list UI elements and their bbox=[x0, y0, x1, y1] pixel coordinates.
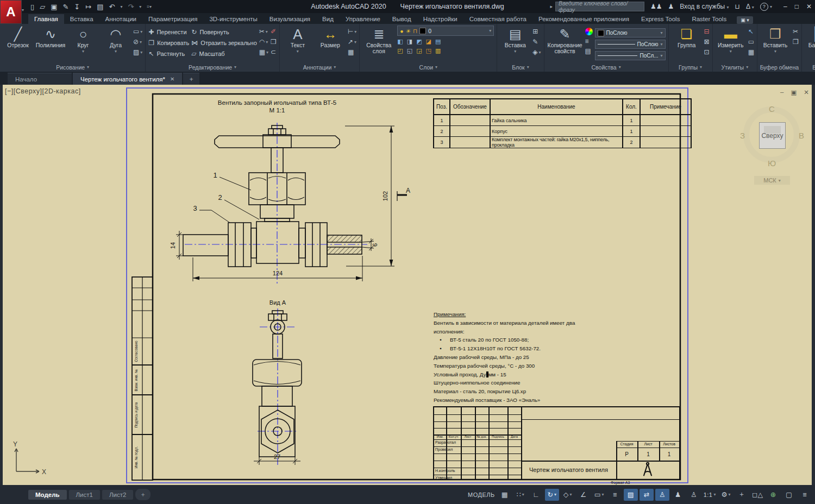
layer-properties-button[interactable]: ≣ Свойства слоя bbox=[362, 26, 395, 54]
match-properties-button[interactable]: ✎ Копирование свойств bbox=[547, 26, 583, 54]
block-attrs-button[interactable]: ◈▾ bbox=[532, 48, 541, 56]
paste-button[interactable]: ❒ Вставить▾ bbox=[760, 26, 791, 54]
notes-block[interactable]: Примечания: Вентиль в зависимости от мат… bbox=[434, 310, 597, 405]
snap-icon[interactable]: ∷▾ bbox=[513, 489, 528, 501]
print-icon[interactable]: ▤ bbox=[97, 3, 103, 11]
edit-block-button[interactable]: ✎ bbox=[532, 38, 541, 46]
select-all-button[interactable]: ▭ bbox=[748, 38, 754, 46]
doc-close-icon[interactable]: ✕ bbox=[804, 89, 809, 96]
array-button[interactable]: ▦▾ bbox=[259, 48, 268, 56]
linetype-select[interactable]: ПоСлою▾ bbox=[595, 40, 666, 49]
group-edit-button[interactable]: ⊠ bbox=[704, 38, 710, 46]
export-icon[interactable]: ↧ bbox=[74, 3, 80, 11]
layer-isolate-button[interactable]: ◨ bbox=[407, 38, 412, 45]
panel-label-block[interactable]: Блок▾ bbox=[497, 62, 543, 72]
tab-upravlenie[interactable]: Управление bbox=[340, 14, 386, 24]
new-layout-icon[interactable]: ＋ bbox=[135, 489, 151, 500]
tab-3d[interactable]: 3D-инструменты bbox=[203, 14, 263, 24]
redo-icon[interactable]: ↷ bbox=[128, 3, 134, 11]
annotation-autoscale-icon[interactable]: ♟ bbox=[671, 489, 685, 501]
doc-restore-icon[interactable]: ▣ bbox=[791, 89, 797, 96]
group-button[interactable]: ❏ Группа bbox=[672, 26, 702, 48]
open-icon[interactable]: ▱ bbox=[40, 3, 45, 11]
model-space[interactable]: [−][Сверху][2D-каркас] – ▣ ✕ bbox=[0, 85, 815, 485]
signin-person-icon[interactable]: ♟ bbox=[668, 3, 674, 10]
maximize-icon[interactable]: □ bbox=[795, 3, 799, 10]
group-select-button[interactable]: ⊡ bbox=[704, 48, 710, 56]
selection-cycling-icon[interactable]: ⇄ bbox=[640, 489, 654, 501]
panel-label-groups[interactable]: Группы▾ bbox=[669, 62, 712, 72]
text-button[interactable]: A Текст▾ bbox=[283, 26, 313, 54]
tab-vyvod[interactable]: Вывод bbox=[386, 14, 417, 24]
layer-off-button[interactable]: ◧ bbox=[397, 38, 403, 45]
viewcube-south[interactable]: Ю bbox=[768, 159, 776, 168]
minimize-icon[interactable]: – bbox=[783, 3, 787, 10]
viewcube-west[interactable]: З bbox=[740, 131, 745, 140]
mirror-button[interactable]: ⋈Отразить зеркально bbox=[191, 39, 256, 47]
tab-vizualizaciya[interactable]: Визуализация bbox=[264, 14, 316, 24]
ellipse-button[interactable]: ⊘▾ bbox=[133, 38, 142, 46]
layer-thawall-button[interactable]: ◲ bbox=[416, 47, 422, 54]
annotation-monitor-icon[interactable]: ＋ bbox=[735, 489, 749, 501]
explode-button[interactable]: ❒ bbox=[271, 38, 277, 46]
move-button[interactable]: ✚Перенести bbox=[148, 28, 189, 36]
tab-model[interactable]: Модель bbox=[28, 490, 67, 500]
rotate-button[interactable]: ↻Повернуть bbox=[191, 28, 256, 36]
new-drawing-tab-icon[interactable]: ＋ bbox=[183, 73, 199, 85]
customization-icon[interactable]: ≡ bbox=[798, 489, 812, 501]
workspace-gear-icon[interactable]: ⚙▾ bbox=[719, 489, 733, 501]
copy-clip-button[interactable]: ❐ bbox=[793, 38, 799, 46]
fillet-button[interactable]: ◠▾ bbox=[259, 38, 268, 46]
linear-dim-button[interactable]: ⊢▾ bbox=[348, 28, 356, 35]
panel-label-annot[interactable]: Аннотации▾ bbox=[280, 62, 359, 72]
grid-icon[interactable]: ▦ bbox=[498, 489, 512, 501]
measure-button[interactable]: ▬ Измерить▾ bbox=[716, 26, 746, 54]
clean-screen-icon[interactable]: ▢ bbox=[782, 489, 796, 501]
annotation-scale-value[interactable]: 1:1▾ bbox=[703, 489, 717, 501]
search-expand-icon[interactable]: ▸ bbox=[550, 4, 553, 9]
viewcube-top-face[interactable]: Сверху bbox=[759, 122, 786, 149]
layer-change-button[interactable]: ▥ bbox=[435, 47, 441, 54]
table-button[interactable]: ▦ bbox=[348, 48, 356, 56]
help-icon[interactable]: ? ▾ bbox=[760, 2, 772, 11]
save-icon[interactable]: ▣ bbox=[51, 3, 57, 11]
panel-label-clipboard[interactable]: Буфер обмена bbox=[757, 62, 801, 72]
layer-match-button[interactable]: ▤ bbox=[435, 38, 441, 45]
mobile-share-icon[interactable]: ↦ bbox=[85, 3, 91, 11]
base-view-button[interactable]: ▙ Базовый▾ bbox=[805, 26, 815, 54]
overkill-button[interactable]: ⊂ bbox=[271, 48, 277, 56]
transparency-icon[interactable]: ▨ bbox=[624, 489, 638, 501]
model-space-button[interactable]: МОДЕЛЬ bbox=[467, 489, 496, 501]
cart-icon[interactable]: ⊔ bbox=[735, 3, 740, 10]
graphics-performance-icon[interactable]: ⊕ bbox=[766, 489, 780, 501]
signin-label[interactable]: Вход в службы ▾ bbox=[680, 3, 729, 10]
copy-button[interactable]: ❐Копировать bbox=[148, 39, 189, 47]
tab-sovmestnaya[interactable]: Совместная работа bbox=[463, 14, 532, 24]
panel-label-draw[interactable]: Рисование▾ bbox=[0, 62, 145, 72]
layer-lock-button[interactable]: ◪ bbox=[426, 38, 431, 45]
polar-tracking-icon[interactable]: ↻▾ bbox=[545, 489, 559, 501]
tab-express[interactable]: Express Tools bbox=[635, 14, 686, 24]
tab-vstavka[interactable]: Вставка bbox=[64, 14, 99, 24]
layer-freeze-button[interactable]: ◩ bbox=[416, 38, 422, 45]
panel-label-view[interactable]: Вид▾ bbox=[802, 62, 815, 72]
calculator-button[interactable]: ▦ bbox=[748, 48, 754, 56]
tab-glavnaya[interactable]: Главная bbox=[28, 14, 64, 24]
cut-button[interactable]: ✂ bbox=[793, 28, 799, 35]
lineweight-select[interactable]: ПоСл...▾ bbox=[595, 51, 666, 60]
circle-button[interactable]: ○ Круг▾ bbox=[68, 26, 98, 54]
file-tab-close-icon[interactable]: ✕ bbox=[170, 76, 174, 82]
annotation-visibility-icon[interactable]: ♙ bbox=[655, 489, 669, 501]
ortho-icon[interactable]: ∟ bbox=[529, 489, 543, 501]
lineweight-icon[interactable]: ≡ bbox=[608, 489, 622, 501]
layer-turnon-button[interactable]: ◰ bbox=[397, 47, 403, 54]
app-logo[interactable]: A bbox=[0, 0, 22, 24]
scale-button[interactable]: ▱Масштаб bbox=[191, 50, 256, 58]
tab-vid[interactable]: Вид bbox=[316, 14, 340, 24]
layer-unisolate-button[interactable]: ◱ bbox=[407, 47, 412, 54]
new-icon[interactable]: ▯ bbox=[30, 3, 34, 11]
hatch-button[interactable]: ▨▾ bbox=[133, 48, 142, 56]
object-color-select[interactable]: ПоСлою▾ bbox=[595, 28, 666, 37]
layer-unlockall-button[interactable]: ◳ bbox=[426, 47, 431, 54]
tab-nadstroyki[interactable]: Надстройки bbox=[417, 14, 463, 24]
